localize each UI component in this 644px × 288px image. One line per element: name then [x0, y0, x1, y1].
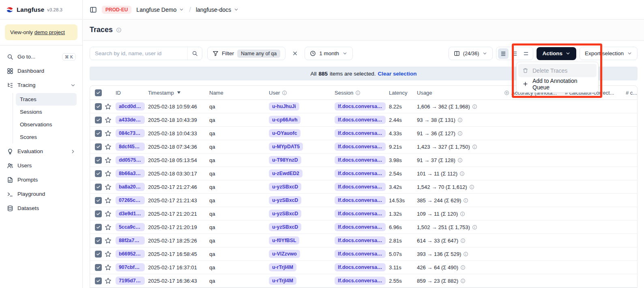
info-icon[interactable]	[457, 131, 463, 136]
column-header-usage[interactable]: Usage	[417, 90, 504, 96]
sidebar-item-tracing[interactable]: Tracing	[3, 78, 79, 92]
user-badge[interactable]: u-cp66Avh	[269, 116, 301, 124]
table-row[interactable]: a433de51... 2025-02-18 10:43:39 qa u-cp6…	[90, 113, 637, 127]
filter-button[interactable]: Filter Name any of qa	[207, 47, 286, 60]
search-icon[interactable]	[187, 47, 202, 60]
project-switcher[interactable]: langfuse-docs	[196, 6, 239, 13]
info-icon[interactable]	[457, 158, 463, 163]
column-header-score3[interactable]: # c...	[626, 90, 637, 96]
session-badge[interactable]: lf.docs.conversation...	[335, 169, 386, 178]
trace-id-badge[interactable]: ba8a208f...	[116, 183, 145, 191]
row-checkbox[interactable]	[95, 277, 102, 284]
column-visibility-button[interactable]: (24/36)	[449, 47, 493, 60]
info-icon[interactable]	[116, 27, 122, 33]
info-icon[interactable]	[457, 117, 463, 123]
trace-id-badge[interactable]: 88f2a7b0...	[116, 236, 145, 245]
info-icon[interactable]	[472, 225, 477, 230]
row-checkbox[interactable]	[95, 143, 102, 150]
user-badge[interactable]: u-MYpDAT5	[269, 143, 303, 151]
table-row[interactable]: 88f2a7b0... 2025-02-17 18:25:26 qa u-f0Y…	[90, 234, 637, 247]
sidebar-item-prompts[interactable]: Prompts	[3, 173, 79, 187]
sidebar-toggle-button[interactable]	[90, 6, 97, 13]
user-badge[interactable]: u-VIZzvwo	[269, 250, 300, 258]
table-row[interactable]: 907cbf6e... 2025-02-17 16:37:01 qa u-rTr…	[90, 261, 637, 274]
user-badge[interactable]: u-rTrjI4M	[269, 263, 296, 271]
time-range-button[interactable]: 1 month	[305, 47, 353, 60]
menu-item-delete-traces[interactable]: Delete Traces	[518, 64, 597, 77]
info-icon[interactable]	[472, 104, 477, 109]
row-height-small-button[interactable]	[498, 48, 509, 59]
info-icon[interactable]	[460, 238, 466, 243]
info-icon[interactable]	[469, 184, 474, 190]
table-row[interactable]: 7195d78e... 2025-02-17 16:36:43 qa u-rTr…	[90, 274, 637, 288]
session-badge[interactable]: lf.docs.conversation...	[335, 236, 386, 245]
star-icon[interactable]	[105, 157, 112, 164]
session-badge[interactable]: lf.docs.conversation...	[335, 223, 386, 231]
star-icon[interactable]	[105, 103, 112, 110]
row-checkbox[interactable]	[95, 224, 102, 231]
session-badge[interactable]: lf.docs.conversation...	[335, 196, 386, 204]
session-badge[interactable]: lf.docs.conversation...	[335, 129, 386, 137]
export-selection-button[interactable]: Export selection	[580, 47, 638, 60]
column-header-name[interactable]: Name	[209, 90, 269, 96]
sidebar-item-goto[interactable]: Go to... ⌘ K	[3, 50, 79, 64]
star-icon[interactable]	[105, 264, 112, 271]
session-badge[interactable]: lf.docs.conversation...	[335, 156, 386, 164]
sidebar-item-sessions[interactable]: Sessions	[16, 106, 77, 118]
row-checkbox[interactable]	[95, 210, 102, 217]
star-icon[interactable]	[105, 197, 112, 204]
column-header-session[interactable]: Session	[335, 90, 389, 96]
session-badge[interactable]: lf.docs.conversation...	[335, 263, 386, 271]
session-badge[interactable]: lf.docs.conversation...	[335, 210, 386, 218]
row-checkbox[interactable]	[95, 237, 102, 244]
trace-id-badge[interactable]: b669529...	[116, 250, 145, 258]
trace-id-badge[interactable]: d3e9d1f2...	[116, 210, 145, 218]
actions-button[interactable]: Actions	[537, 47, 576, 60]
trace-id-badge[interactable]: 8b66a34...	[116, 169, 145, 178]
sidebar-item-users[interactable]: Users	[3, 158, 79, 173]
search-input[interactable]	[90, 50, 187, 56]
info-icon[interactable]	[460, 278, 466, 284]
sidebar-item-dashboard[interactable]: Dashboard	[3, 64, 79, 78]
star-icon[interactable]	[105, 143, 112, 150]
user-badge[interactable]: u-yzSBxcD	[269, 196, 301, 204]
sidebar-item-observations[interactable]: Observations	[16, 118, 77, 131]
row-checkbox[interactable]	[95, 184, 102, 191]
table-row[interactable]: b669529... 2025-02-17 16:58:45 qa u-VIZz…	[90, 247, 637, 261]
user-badge[interactable]: u-yzSBxcD	[269, 210, 301, 218]
row-height-large-button[interactable]	[521, 48, 531, 59]
info-icon[interactable]	[460, 211, 465, 217]
table-row[interactable]: 5cca9cf2... 2025-02-17 21:20:19 qa u-yzS…	[90, 221, 637, 234]
select-all-checkbox[interactable]	[95, 89, 102, 96]
user-badge[interactable]: u-T98YnzD	[269, 156, 301, 164]
row-height-medium-button[interactable]	[509, 48, 520, 59]
trace-id-badge[interactable]: 8dcf4574...	[116, 143, 145, 151]
sidebar-item-datasets[interactable]: Datasets	[3, 201, 79, 215]
user-badge[interactable]: u-OYauofc	[269, 129, 301, 137]
star-icon[interactable]	[105, 184, 112, 191]
sidebar-item-traces[interactable]: Traces	[16, 93, 77, 106]
trace-id-badge[interactable]: 907cbf6e...	[116, 263, 145, 271]
clear-filter-button[interactable]	[290, 49, 300, 58]
star-icon[interactable]	[105, 210, 112, 217]
session-badge[interactable]: lf.docs.conversation...	[335, 143, 386, 151]
table-row[interactable]: dd05753... 2025-02-18 05:13:54 qa u-T98Y…	[90, 154, 637, 167]
menu-item-add-to-annotation-queue[interactable]: Add to Annotation Queue	[518, 77, 597, 91]
row-checkbox[interactable]	[95, 264, 102, 271]
sidebar-item-playground[interactable]: Playground	[3, 187, 79, 201]
sidebar-item-evaluation[interactable]: Evaluation	[3, 144, 79, 158]
row-checkbox[interactable]	[95, 251, 102, 258]
session-badge[interactable]: lf.docs.conversation...	[335, 250, 386, 258]
star-icon[interactable]	[105, 117, 112, 123]
session-badge[interactable]: lf.docs.conversation...	[335, 102, 386, 110]
star-icon[interactable]	[105, 170, 112, 177]
table-row[interactable]: 084c739... 2025-02-18 10:04:33 qa u-OYau…	[90, 127, 637, 140]
session-badge[interactable]: lf.docs.conversation...	[335, 116, 386, 124]
session-badge[interactable]: lf.docs.conversation...	[335, 183, 386, 191]
info-icon[interactable]	[463, 198, 468, 203]
user-badge[interactable]: u-yzSBxcD	[269, 183, 301, 191]
info-icon[interactable]	[472, 144, 477, 149]
row-checkbox[interactable]	[95, 103, 102, 110]
row-checkbox[interactable]	[95, 157, 102, 164]
row-checkbox[interactable]	[95, 197, 102, 204]
